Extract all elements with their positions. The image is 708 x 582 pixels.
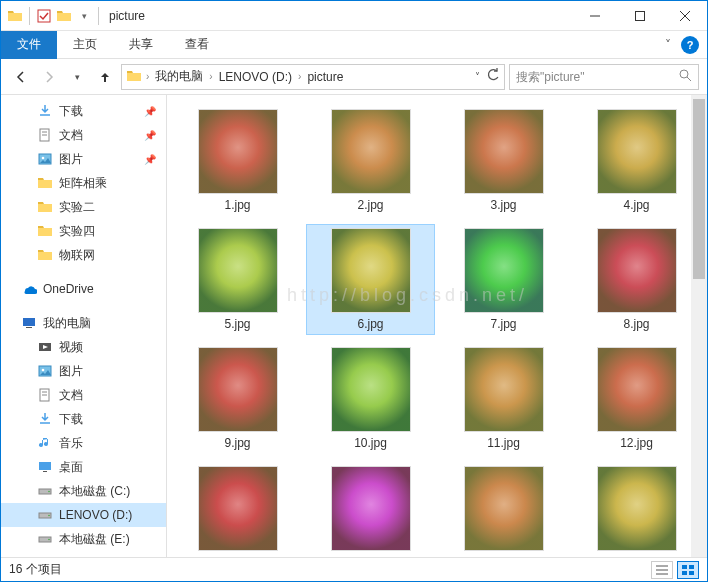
- address-bar[interactable]: › 我的电脑 › LENOVO (D:) › picture ˅: [121, 64, 505, 90]
- sidebar-item[interactable]: 文档📌: [1, 123, 166, 147]
- file-label: 4.jpg: [623, 198, 649, 212]
- close-button[interactable]: [662, 1, 707, 31]
- file-label: 14.jpg: [354, 555, 387, 557]
- scrollbar-thumb[interactable]: [693, 99, 705, 279]
- sidebar-item-label: 实验四: [59, 223, 95, 240]
- checkbox-icon[interactable]: [36, 8, 52, 24]
- chevron-down-icon[interactable]: ˅: [475, 71, 480, 82]
- thumbnail: [198, 347, 278, 432]
- details-view-button[interactable]: [651, 561, 673, 579]
- sidebar-item[interactable]: 实验二: [1, 195, 166, 219]
- file-item[interactable]: 6.jpg: [306, 224, 435, 335]
- sidebar-item[interactable]: 本地磁盘 (E:): [1, 527, 166, 551]
- thumbnail: [464, 109, 544, 194]
- file-item[interactable]: 13.jpg: [173, 462, 302, 557]
- sidebar-item-label: 实验二: [59, 199, 95, 216]
- drive-icon: [37, 531, 53, 547]
- folder-icon[interactable]: [56, 8, 72, 24]
- music-icon: [37, 435, 53, 451]
- svg-point-23: [48, 491, 50, 493]
- file-label: 16.jpg: [620, 555, 653, 557]
- svg-rect-20: [39, 462, 51, 470]
- back-button[interactable]: [9, 65, 33, 89]
- sidebar-item[interactable]: 实验四: [1, 219, 166, 243]
- sidebar-item[interactable]: 音乐: [1, 431, 166, 455]
- thumbnail: [331, 466, 411, 551]
- file-item[interactable]: 15.jpg: [439, 462, 568, 557]
- sidebar-item[interactable]: 图片📌: [1, 147, 166, 171]
- scrollbar[interactable]: [691, 95, 707, 557]
- file-item[interactable]: 1.jpg: [173, 105, 302, 216]
- sidebar-item-label: 图片: [59, 151, 83, 168]
- sidebar-item[interactable]: 矩阵相乘: [1, 171, 166, 195]
- breadcrumb-item[interactable]: 我的电脑: [151, 66, 207, 87]
- tab-share[interactable]: 共享: [113, 31, 169, 59]
- tab-file[interactable]: 文件: [1, 31, 57, 59]
- forward-button[interactable]: [37, 65, 61, 89]
- video-icon: [37, 339, 53, 355]
- sidebar-item[interactable]: 下载: [1, 407, 166, 431]
- file-item[interactable]: 10.jpg: [306, 343, 435, 454]
- tab-view[interactable]: 查看: [169, 31, 225, 59]
- maximize-button[interactable]: [617, 1, 662, 31]
- pin-icon: 📌: [144, 154, 156, 165]
- thumbnail: [597, 466, 677, 551]
- file-label: 3.jpg: [490, 198, 516, 212]
- sidebar-thispc[interactable]: 我的电脑: [1, 311, 166, 335]
- file-item[interactable]: 8.jpg: [572, 224, 701, 335]
- file-item[interactable]: 2.jpg: [306, 105, 435, 216]
- chevron-right-icon[interactable]: ›: [298, 71, 301, 82]
- sidebar-item[interactable]: 下载📌: [1, 99, 166, 123]
- refresh-icon[interactable]: [486, 68, 500, 85]
- separator: [98, 7, 99, 25]
- pictures-icon: [37, 151, 53, 167]
- tab-home[interactable]: 主页: [57, 31, 113, 59]
- sidebar-item[interactable]: 桌面: [1, 455, 166, 479]
- sidebar-item-label: LENOVO (D:): [59, 508, 132, 522]
- help-icon[interactable]: ?: [681, 36, 699, 54]
- breadcrumb-item[interactable]: LENOVO (D:): [215, 68, 296, 86]
- titlebar: ▾ picture: [1, 1, 707, 31]
- sidebar-item-label: 本地磁盘 (C:): [59, 483, 130, 500]
- sidebar-onedrive[interactable]: OneDrive: [1, 277, 166, 301]
- file-item[interactable]: 7.jpg: [439, 224, 568, 335]
- file-item[interactable]: 5.jpg: [173, 224, 302, 335]
- up-button[interactable]: [93, 65, 117, 89]
- sidebar-item[interactable]: 视频: [1, 335, 166, 359]
- minimize-button[interactable]: [572, 1, 617, 31]
- search-box[interactable]: [509, 64, 699, 90]
- pin-icon: 📌: [144, 106, 156, 117]
- file-item[interactable]: 9.jpg: [173, 343, 302, 454]
- search-icon[interactable]: [678, 68, 692, 85]
- sidebar-item-label: 图片: [59, 363, 83, 380]
- thumbnails-view-button[interactable]: [677, 561, 699, 579]
- breadcrumb-item[interactable]: picture: [303, 68, 347, 86]
- sidebar-item[interactable]: 本地磁盘 (C:): [1, 479, 166, 503]
- thumbnail: [464, 228, 544, 313]
- sidebar-item[interactable]: 文档: [1, 383, 166, 407]
- sidebar-item[interactable]: 物联网: [1, 243, 166, 267]
- window-controls: [572, 1, 707, 31]
- sidebar-item-label: 文档: [59, 387, 83, 404]
- recent-dropdown[interactable]: ▾: [65, 65, 89, 89]
- file-label: 10.jpg: [354, 436, 387, 450]
- file-item[interactable]: 16.jpg: [572, 462, 701, 557]
- sidebar-item[interactable]: LENOVO (D:): [1, 503, 166, 527]
- file-item[interactable]: 4.jpg: [572, 105, 701, 216]
- file-item[interactable]: 3.jpg: [439, 105, 568, 216]
- thumbnail: [331, 347, 411, 432]
- search-input[interactable]: [516, 70, 678, 84]
- chevron-right-icon[interactable]: ›: [146, 71, 149, 82]
- thumbnail: [597, 228, 677, 313]
- sidebar-item-label: 矩阵相乘: [59, 175, 107, 192]
- file-item[interactable]: 12.jpg: [572, 343, 701, 454]
- content-pane[interactable]: http://blog.csdn.net/ 1.jpg2.jpg3.jpg4.j…: [167, 95, 707, 557]
- chevron-down-icon[interactable]: ▾: [76, 8, 92, 24]
- chevron-right-icon[interactable]: ›: [209, 71, 212, 82]
- chevron-down-icon[interactable]: ˅: [665, 38, 671, 52]
- drive-icon: [37, 507, 53, 523]
- thumbnail: [331, 228, 411, 313]
- file-item[interactable]: 11.jpg: [439, 343, 568, 454]
- file-item[interactable]: 14.jpg: [306, 462, 435, 557]
- sidebar-item[interactable]: 图片: [1, 359, 166, 383]
